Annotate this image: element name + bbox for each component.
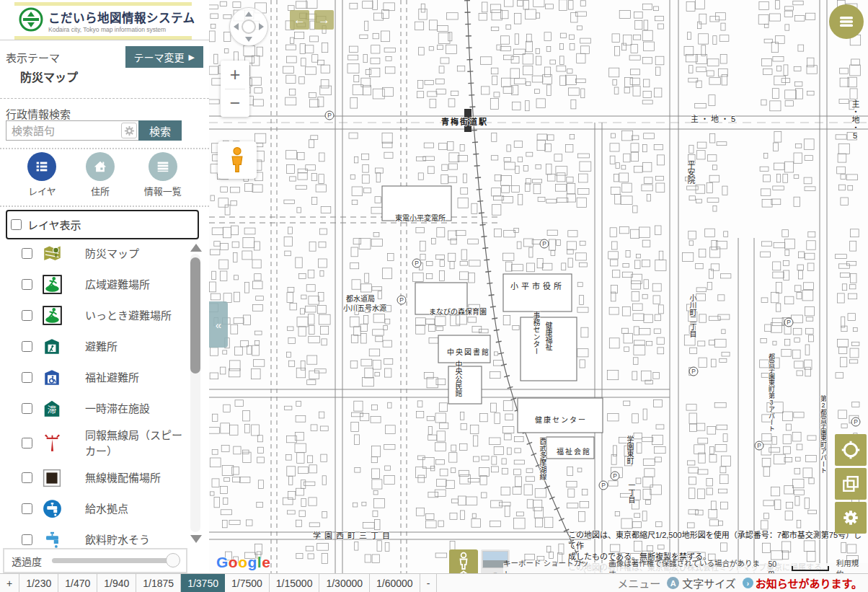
map-label: 小川町二丁目 bbox=[687, 294, 698, 337]
zoom-out-button[interactable]: − bbox=[221, 89, 249, 118]
app-logo: こだいら地図情報システム Kodaira city, Tokyo map inf… bbox=[14, 2, 192, 40]
search-button-label: 検索 bbox=[149, 123, 171, 138]
layer-checkbox[interactable] bbox=[22, 279, 32, 290]
settings-button[interactable] bbox=[835, 502, 867, 534]
scale-1-1875[interactable]: 1/1875 bbox=[136, 574, 181, 592]
map-label: 事務センター bbox=[531, 312, 541, 355]
sidebar: こだいら地図情報システム Kodaira city, Tokyo map inf… bbox=[0, 0, 209, 573]
layer-checkbox[interactable] bbox=[22, 403, 32, 414]
layer-display-master-checkbox[interactable] bbox=[11, 219, 22, 230]
layer-row-radio-equipment[interactable]: 無線機配備場所 bbox=[0, 462, 186, 493]
opacity-slider[interactable] bbox=[52, 558, 179, 563]
scale-zoom-in[interactable]: + bbox=[0, 574, 19, 592]
opacity-slider-handle[interactable] bbox=[166, 553, 180, 567]
hamburger-icon bbox=[838, 13, 855, 30]
scale-1-470[interactable]: 1/470 bbox=[58, 574, 97, 592]
nav-tab-info-list[interactable]: 情報一覧 bbox=[144, 152, 182, 198]
pan-center-icon bbox=[242, 19, 256, 34]
font-size-label: 文字サイズ bbox=[682, 575, 736, 591]
map-label: 小平市役所 bbox=[510, 280, 564, 291]
keyboard-shortcuts-link[interactable]: キーボード ショートカット bbox=[503, 557, 593, 573]
search-options-gear-icon[interactable] bbox=[121, 123, 137, 138]
terms-of-use-link[interactable]: 利用規約 bbox=[836, 557, 865, 573]
layer-row-radio-speaker[interactable]: 同報無線局（スピーカー） bbox=[0, 424, 186, 462]
notice-link[interactable]: › お知らせがあります。 bbox=[743, 575, 862, 591]
nav-tab-layers[interactable]: レイヤ bbox=[27, 152, 56, 198]
pegman-control[interactable] bbox=[218, 141, 257, 179]
wide-evacuation-area-icon bbox=[42, 275, 62, 295]
map-scale-text: 50 m bbox=[768, 560, 784, 573]
nav-tab-address[interactable]: 住所 bbox=[86, 152, 115, 198]
divider bbox=[0, 206, 209, 207]
map-scale-ruler bbox=[792, 566, 829, 571]
layer-checkbox[interactable] bbox=[22, 503, 32, 514]
map-canvas[interactable]: PPPPPPPPPP 青梅街道駅主・地・5主・地・5平安院東電小平変電所都水道局… bbox=[209, 0, 868, 573]
header-divider bbox=[0, 40, 209, 40]
zoom-in-button[interactable]: + bbox=[221, 61, 249, 89]
layer-row-disaster-map[interactable]: 防災マップ bbox=[0, 238, 186, 269]
current-location-button[interactable] bbox=[835, 434, 867, 466]
layer-list-scrollbar-thumb[interactable] bbox=[190, 257, 200, 374]
layer-checkbox[interactable] bbox=[22, 372, 32, 383]
app-title: こだいら地図情報システム bbox=[48, 9, 195, 26]
map-label: 中央公民館 bbox=[453, 361, 464, 397]
map-pan-control[interactable] bbox=[229, 7, 268, 46]
layer-row-shelter[interactable]: 避難所 bbox=[0, 331, 186, 362]
temporary-evacuation-area-icon bbox=[42, 306, 62, 326]
nav-tab-layers-label: レイヤ bbox=[28, 184, 56, 198]
zoom-control: + − bbox=[221, 61, 249, 117]
layer-row-stay-facility[interactable]: 滞 一時滞在施設 bbox=[0, 393, 186, 424]
pan-down-arrow-icon[interactable] bbox=[245, 37, 252, 42]
layer-row-wide-evacuation-area[interactable]: 広域避難場所 bbox=[0, 269, 186, 300]
scale-1-3750-selected[interactable]: 1/3750 bbox=[181, 574, 225, 592]
sidebar-collapse-button[interactable]: « bbox=[209, 301, 228, 348]
svg-text:滞: 滞 bbox=[48, 405, 56, 415]
layer-checkbox[interactable] bbox=[22, 341, 32, 352]
layer-label: 防災マップ bbox=[85, 246, 186, 262]
pan-right-arrow-icon[interactable] bbox=[259, 23, 264, 30]
opacity-label: 透過度 bbox=[12, 554, 42, 568]
scale-1-15000[interactable]: 1/15000 bbox=[270, 574, 320, 592]
scroll-up-arrow-icon[interactable] bbox=[190, 244, 202, 252]
radio-speaker-icon bbox=[42, 433, 62, 454]
imagery-copyright-text: 画像は著作権で保護されている場合があります bbox=[608, 557, 761, 573]
notice-chevron-icon: › bbox=[743, 578, 753, 588]
scale-1-7500[interactable]: 1/7500 bbox=[225, 574, 270, 592]
scale-1-940[interactable]: 1/940 bbox=[97, 574, 136, 592]
menu-button[interactable] bbox=[829, 4, 864, 39]
history-forward-button[interactable]: → bbox=[314, 10, 334, 30]
scroll-down-arrow-icon[interactable] bbox=[190, 535, 202, 543]
layer-checkbox[interactable] bbox=[22, 534, 32, 545]
font-size-control[interactable]: A 文字サイズ bbox=[667, 575, 736, 591]
history-back-button[interactable]: ← bbox=[290, 10, 309, 30]
layer-row-temporary-evacuation-area[interactable]: いっとき避難場所 bbox=[0, 300, 186, 331]
map-label: 学園東町 bbox=[624, 436, 635, 464]
street-view-button[interactable] bbox=[449, 549, 478, 573]
scale-1-60000[interactable]: 1/60000 bbox=[370, 574, 420, 592]
layer-checkbox[interactable] bbox=[22, 310, 32, 321]
app-window: こだいら地図情報システム Kodaira city, Tokyo map inf… bbox=[0, 0, 868, 592]
layer-checkbox[interactable] bbox=[22, 472, 32, 483]
pan-left-arrow-icon[interactable] bbox=[234, 23, 239, 30]
map-switch-button[interactable] bbox=[835, 468, 867, 500]
search-button[interactable]: 検索 bbox=[138, 120, 182, 141]
map-label: 主・地・5 bbox=[849, 100, 861, 140]
radio-equipment-icon bbox=[42, 468, 62, 488]
change-theme-button[interactable]: テーマ変更 ▶ bbox=[125, 46, 203, 68]
layer-row-welfare-shelter[interactable]: 福祉避難所 bbox=[0, 362, 186, 393]
layer-checkbox[interactable] bbox=[22, 248, 32, 259]
layer-checkbox[interactable] bbox=[22, 438, 32, 449]
search-input[interactable] bbox=[6, 120, 138, 141]
map-attribution-bar: キーボード ショートカット | 画像は著作権で保護されている場合があります 50… bbox=[503, 563, 868, 573]
menu-link[interactable]: メニュー bbox=[617, 575, 660, 591]
scale-zoom-out[interactable]: - bbox=[420, 574, 438, 592]
scale-1-230[interactable]: 1/230 bbox=[19, 574, 58, 592]
svg-text:P: P bbox=[613, 472, 617, 480]
scale-bar: + 1/230 1/470 1/940 1/1875 1/3750 1/7500… bbox=[0, 573, 868, 592]
pan-up-arrow-icon[interactable] bbox=[245, 12, 252, 17]
stay-facility-icon: 滞 bbox=[42, 399, 62, 419]
layer-row-water-supply[interactable]: 給水拠点 bbox=[0, 493, 186, 524]
scale-1-30000[interactable]: 1/30000 bbox=[319, 574, 370, 592]
svg-text:P: P bbox=[542, 240, 546, 247]
map-label: 健康センター bbox=[535, 414, 587, 425]
